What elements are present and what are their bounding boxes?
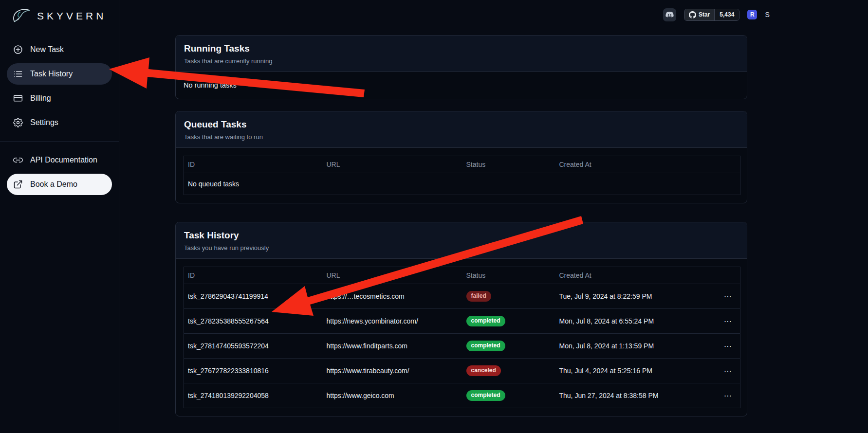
- sidebar-item-label: API Documentation: [30, 156, 97, 164]
- task-row[interactable]: tsk_276727822333810816 https://www.tirab…: [184, 359, 740, 383]
- table-header-row: ID URL Status Created At: [184, 267, 740, 284]
- avatar[interactable]: R: [747, 10, 757, 19]
- sidebar: SKYVERN New Task Task History Billing Se…: [0, 0, 119, 433]
- status-badge: completed: [466, 341, 505, 351]
- card-subtitle: Tasks you have run previously: [184, 244, 739, 252]
- discord-icon[interactable]: [663, 8, 676, 21]
- task-created-cell: Thu, Jun 27, 2024 at 8:38:58 PM: [555, 383, 716, 408]
- sidebar-item-label: Billing: [30, 94, 51, 103]
- sidebar-divider: [0, 141, 119, 142]
- task-id-cell: tsk_278235388555267564: [184, 309, 323, 334]
- card-subtitle: Tasks that are currently running: [184, 57, 739, 65]
- status-badge: failed: [466, 291, 491, 302]
- task-status-cell: completed: [462, 383, 555, 408]
- task-history-card: Task History Tasks you have run previous…: [175, 222, 747, 416]
- table-header-row: ID URL Status Created At: [184, 156, 740, 173]
- github-star-label: Star: [699, 11, 710, 18]
- task-status-cell: completed: [462, 334, 555, 359]
- row-actions-button[interactable]: ⋯: [716, 383, 740, 408]
- task-created-cell: Mon, Jul 8, 2024 at 6:55:24 PM: [555, 309, 716, 334]
- sidebar-nav: New Task Task History Billing Settings: [0, 39, 119, 195]
- status-badge: completed: [466, 316, 505, 326]
- column-header-url: URL: [323, 267, 462, 284]
- task-id-cell: tsk_276727822333810816: [184, 359, 323, 383]
- link-icon: [13, 155, 23, 165]
- plus-circle-icon: [13, 44, 23, 55]
- task-url-cell: https://news.ycombinator.com/: [323, 309, 462, 334]
- task-url-cell: https://www.finditparts.com: [323, 334, 462, 359]
- credit-card-icon: [13, 93, 23, 104]
- column-header-status: Status: [462, 156, 555, 173]
- card-title: Task History: [184, 230, 739, 241]
- empty-state-text: No running tasks: [184, 80, 739, 91]
- card-subtitle: Tasks that are waiting to run: [184, 133, 739, 141]
- task-history-header: Task History Tasks you have run previous…: [176, 222, 747, 259]
- task-row[interactable]: tsk_278235388555267564 https://news.ycom…: [184, 309, 740, 334]
- task-id-cell: tsk_278629043741199914: [184, 284, 323, 309]
- sidebar-item-label: New Task: [30, 45, 64, 54]
- task-id-cell: tsk_278147405593572204: [184, 334, 323, 359]
- external-link-icon: [13, 179, 23, 190]
- empty-row: No queued tasks: [184, 173, 740, 195]
- running-tasks-header: Running Tasks Tasks that are currently r…: [176, 36, 747, 72]
- brand-name: SKYVERN: [37, 10, 106, 22]
- empty-state-text: No queued tasks: [184, 173, 740, 195]
- task-url-cell: https://www.geico.com: [323, 383, 462, 408]
- queued-tasks-body: ID URL Status Created At No queued tasks: [176, 148, 747, 203]
- column-header-actions: [716, 267, 740, 284]
- task-history-body: ID URL Status Created At tsk_27862904374…: [176, 259, 747, 416]
- github-star-widget[interactable]: Star 5,434: [684, 9, 739, 21]
- queued-tasks-table: ID URL Status Created At No queued tasks: [184, 156, 740, 195]
- column-header-url: URL: [323, 156, 462, 173]
- book-a-demo-button[interactable]: Book a Demo: [7, 174, 112, 195]
- list-icon: [13, 69, 23, 79]
- task-row[interactable]: tsk_274180139292204058 https://www.geico…: [184, 383, 740, 408]
- task-status-cell: failed: [462, 284, 555, 309]
- sidebar-item-new-task[interactable]: New Task: [7, 39, 112, 60]
- main-content: Running Tasks Tasks that are currently r…: [119, 0, 868, 416]
- column-header-id: ID: [184, 156, 323, 173]
- skyvern-logo-icon: [11, 6, 33, 26]
- brand[interactable]: SKYVERN: [0, 0, 119, 30]
- running-tasks-card: Running Tasks Tasks that are currently r…: [175, 35, 747, 99]
- task-row[interactable]: tsk_278147405593572204 https://www.findi…: [184, 334, 740, 359]
- row-actions-button[interactable]: ⋯: [716, 284, 740, 309]
- row-actions-button[interactable]: ⋯: [716, 309, 740, 334]
- task-row[interactable]: tsk_278629043741199914 https://…tecosmet…: [184, 284, 740, 309]
- queued-tasks-header: Queued Tasks Tasks that are waiting to r…: [176, 111, 747, 148]
- task-status-cell: canceled: [462, 359, 555, 383]
- task-created-cell: Mon, Jul 8, 2024 at 1:13:59 PM: [555, 334, 716, 359]
- task-id-cell: tsk_274180139292204058: [184, 383, 323, 408]
- user-name-partial: S: [765, 11, 769, 18]
- card-title: Queued Tasks: [184, 119, 739, 130]
- status-badge: completed: [466, 390, 505, 401]
- task-created-cell: Tue, Jul 9, 2024 at 8:22:59 PM: [555, 284, 716, 309]
- row-actions-button[interactable]: ⋯: [716, 359, 740, 383]
- queued-tasks-card: Queued Tasks Tasks that are waiting to r…: [175, 111, 747, 203]
- sidebar-item-label: Book a Demo: [30, 180, 77, 189]
- sidebar-item-label: Settings: [30, 118, 58, 127]
- sidebar-item-label: Task History: [30, 70, 73, 78]
- sidebar-item-settings[interactable]: Settings: [7, 112, 112, 133]
- task-status-cell: completed: [462, 309, 555, 334]
- running-tasks-body: No running tasks: [176, 72, 747, 99]
- task-history-table: ID URL Status Created At tsk_27862904374…: [184, 267, 740, 408]
- task-url-cell: https://…tecosmetics.com: [323, 284, 462, 309]
- task-created-cell: Thu, Jul 4, 2024 at 5:25:16 PM: [555, 359, 716, 383]
- task-url-cell: https://www.tirabeauty.com/: [323, 359, 462, 383]
- gear-icon: [13, 117, 23, 128]
- column-header-created: Created At: [555, 267, 716, 284]
- card-title: Running Tasks: [184, 43, 739, 54]
- column-header-status: Status: [462, 267, 555, 284]
- column-header-id: ID: [184, 267, 323, 284]
- sidebar-item-task-history[interactable]: Task History: [7, 63, 112, 85]
- sidebar-item-billing[interactable]: Billing: [7, 88, 112, 109]
- github-icon: [689, 11, 696, 18]
- sidebar-item-api-documentation[interactable]: API Documentation: [7, 149, 112, 171]
- github-star-count[interactable]: 5,434: [714, 9, 739, 20]
- column-header-actions: [716, 156, 740, 173]
- github-star-button[interactable]: Star: [684, 9, 714, 20]
- column-header-created: Created At: [555, 156, 716, 173]
- topbar: Star 5,434 R S: [663, 8, 770, 21]
- row-actions-button[interactable]: ⋯: [716, 334, 740, 359]
